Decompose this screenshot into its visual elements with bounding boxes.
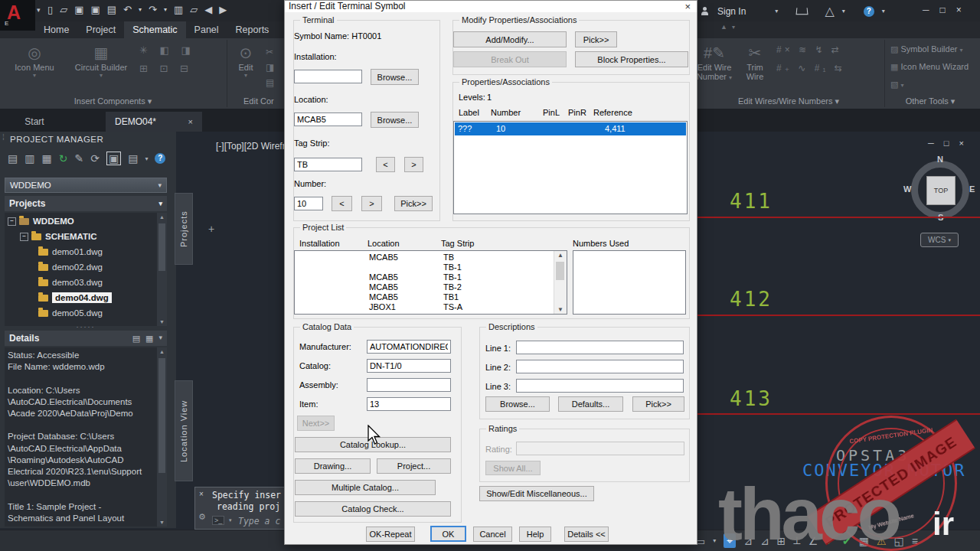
details-toggle-icon[interactable]: ▣ bbox=[106, 152, 121, 165]
close-icon[interactable]: × bbox=[956, 5, 962, 15]
properties-listbox[interactable]: ??? 10 4,411 bbox=[453, 121, 688, 214]
open-project-icon[interactable]: ▤ bbox=[8, 152, 18, 165]
insert-components-icon-grid-row1[interactable]: ✳ ◧ ◨ bbox=[139, 44, 195, 56]
number-prev-button[interactable]: < bbox=[332, 196, 352, 211]
trim-wire-button[interactable]: ✂ Trim Wire bbox=[740, 43, 770, 81]
print-icon[interactable]: ▥ bbox=[174, 4, 183, 15]
autocad-logo[interactable]: A E bbox=[0, 0, 35, 31]
restore-icon[interactable]: □ bbox=[940, 5, 946, 15]
numbers-used-listbox[interactable] bbox=[573, 250, 686, 315]
edit-components-icon-column[interactable]: ✂ ◨ ▤ bbox=[266, 44, 278, 90]
undo-icon[interactable]: ↶ bbox=[123, 4, 132, 15]
project-button[interactable]: Project... bbox=[377, 458, 451, 474]
viewcube[interactable]: TOP N W E S bbox=[908, 158, 972, 222]
tree-item-dwg[interactable]: demo03.dwg bbox=[38, 276, 103, 289]
installation-browse-button[interactable]: Browse... bbox=[371, 69, 419, 85]
tree-item-dwg[interactable]: demo02.dwg bbox=[38, 260, 103, 274]
project-help-icon[interactable]: ? bbox=[155, 153, 165, 164]
number-input[interactable] bbox=[294, 197, 323, 210]
new-tab-button[interactable]: + bbox=[208, 223, 214, 235]
scroll-thumb[interactable] bbox=[556, 262, 564, 280]
line2-input[interactable] bbox=[516, 360, 684, 373]
folder-icon[interactable]: ▱ bbox=[190, 4, 198, 15]
plot-icon[interactable]: ▤ bbox=[107, 4, 116, 15]
a360-triangle-icon[interactable]: △ bbox=[825, 4, 834, 18]
project-list-row[interactable]: MCAB5 TB-2 bbox=[295, 282, 567, 292]
scroll-up-icon[interactable]: ▲ bbox=[157, 214, 167, 220]
dialog-close-icon[interactable]: × bbox=[684, 1, 691, 12]
project-list-row[interactable]: MCAB5 TB bbox=[295, 253, 567, 262]
details-button[interactable]: Details << bbox=[564, 527, 609, 542]
edit-wires-group-label[interactable]: Edit Wires/Wire Numbers ▾ bbox=[708, 96, 869, 106]
sign-in-button[interactable]: Sign In bbox=[717, 6, 746, 17]
project-combo[interactable]: WDDEMO ▾ bbox=[5, 178, 167, 193]
tab-project[interactable]: Project bbox=[77, 21, 124, 38]
icon-menu-button[interactable]: ◎ Icon Menu ▾ bbox=[11, 43, 58, 79]
update-retag-icon[interactable]: ⟳ bbox=[90, 152, 100, 165]
wires-icon-grid-row2[interactable]: #₊ ∿ #₁ ⇆ bbox=[776, 63, 845, 73]
redo-icon[interactable]: ↷ bbox=[149, 4, 157, 15]
new-project-icon[interactable]: ▥ bbox=[24, 152, 34, 165]
line1-input[interactable] bbox=[516, 341, 684, 354]
details-collapse-icon[interactable]: ▾ bbox=[158, 334, 162, 344]
collapse-icon[interactable]: − bbox=[8, 217, 16, 226]
tree-item-dwg[interactable]: demo01.dwg bbox=[38, 245, 103, 259]
assembly-input[interactable] bbox=[367, 378, 451, 392]
command-customize-icon[interactable]: ⚙ bbox=[198, 512, 206, 522]
preview-icon[interactable]: ▤ bbox=[132, 334, 140, 344]
status-dropdown-icon[interactable]: ▾ bbox=[713, 537, 716, 544]
tab-close-icon[interactable]: × bbox=[188, 117, 193, 126]
project-list-row[interactable]: MCAB5 TB1 bbox=[295, 292, 567, 302]
drawing-close-icon[interactable]: × bbox=[959, 139, 963, 148]
details-scrollbar[interactable]: ▲ ▼ bbox=[157, 347, 167, 527]
help-button[interactable]: Help bbox=[519, 527, 551, 542]
ribbon-collapse-button[interactable]: ▲ bbox=[720, 23, 727, 31]
edit-wire-number-button[interactable]: #✎ Edit Wire Number ▾ bbox=[691, 43, 737, 81]
save-as-icon[interactable]: ▣ bbox=[90, 4, 100, 15]
manufacturer-input[interactable] bbox=[367, 340, 451, 354]
viewcube-west[interactable]: W bbox=[903, 184, 911, 194]
minimize-icon[interactable]: ─ bbox=[923, 5, 929, 15]
symbol-builder-button[interactable]: ▨ Symbol Builder ▾ bbox=[890, 44, 963, 54]
project-list-row[interactable]: JBOX1 TS-A bbox=[295, 302, 567, 312]
drawing-button[interactable]: Drawing... bbox=[295, 458, 371, 474]
project-list-listbox[interactable]: MCAB5 TB TB-1 MCAB5 TB-1 MCAB5 TB-2 MCAB… bbox=[294, 250, 567, 315]
tree-item-dwg-selected[interactable]: demo04.dwg bbox=[38, 291, 112, 305]
command-dropdown-icon[interactable]: ▾ bbox=[229, 517, 232, 523]
tree-item-dwg[interactable]: demo05.dwg bbox=[38, 306, 103, 320]
installation-input[interactable] bbox=[294, 70, 362, 83]
project-settings-icon[interactable]: ▦ bbox=[41, 152, 51, 165]
back-icon[interactable]: ◀ bbox=[204, 4, 212, 15]
show-edit-miscellaneous-button[interactable]: Show/Edit Miscellaneous... bbox=[479, 486, 594, 501]
add-modify-button[interactable]: Add/Modify... bbox=[453, 31, 567, 47]
open-folder-icon[interactable]: ▱ bbox=[60, 4, 67, 15]
descriptions-browse-button[interactable]: Browse... bbox=[485, 396, 550, 412]
viewcube-top-face[interactable]: TOP bbox=[926, 176, 956, 205]
multiple-catalog-button[interactable]: Multiple Catalog... bbox=[295, 480, 436, 495]
modify-pick-button[interactable]: Pick>> bbox=[575, 31, 617, 47]
edit-button[interactable]: ⊙ Edit ▾ bbox=[230, 43, 262, 79]
toolbar-dropdown-icon[interactable]: ▾ bbox=[145, 155, 148, 162]
block-properties-button[interactable]: Block Properties... bbox=[575, 51, 688, 67]
catalog-input[interactable] bbox=[367, 359, 451, 373]
cancel-button[interactable]: Cancel bbox=[473, 527, 512, 542]
defaults-button[interactable]: Defaults... bbox=[558, 396, 623, 412]
tab-demo04[interactable]: DEMO04* × bbox=[106, 112, 202, 132]
number-pick-button[interactable]: Pick>> bbox=[394, 196, 433, 211]
signin-dropdown-icon[interactable]: ▾ bbox=[775, 8, 778, 15]
tag-strip-input[interactable] bbox=[294, 158, 362, 171]
side-tab-projects[interactable]: Projects bbox=[175, 193, 193, 265]
help-dropdown-icon[interactable]: ▾ bbox=[882, 8, 885, 15]
properties-selected-row[interactable]: ??? 10 4,411 bbox=[455, 122, 686, 135]
insert-components-group-label[interactable]: Insert Components ▾ bbox=[31, 96, 195, 106]
palette-grip-icon[interactable]: ⁞ bbox=[2, 133, 5, 142]
scroll-thumb[interactable] bbox=[158, 358, 165, 473]
location-input[interactable] bbox=[294, 112, 362, 126]
drawing-minimize-icon[interactable]: ─ bbox=[928, 139, 934, 148]
tree-item-schematic-folder[interactable]: − SCHEMATIC bbox=[20, 230, 97, 243]
side-tab-location-view[interactable]: Location View bbox=[175, 380, 193, 481]
tag-next-button[interactable]: > bbox=[404, 157, 423, 172]
command-input[interactable]: Type a c bbox=[238, 516, 280, 527]
tab-reports[interactable]: Reports bbox=[227, 21, 278, 38]
save-icon[interactable]: ▣ bbox=[74, 4, 83, 15]
